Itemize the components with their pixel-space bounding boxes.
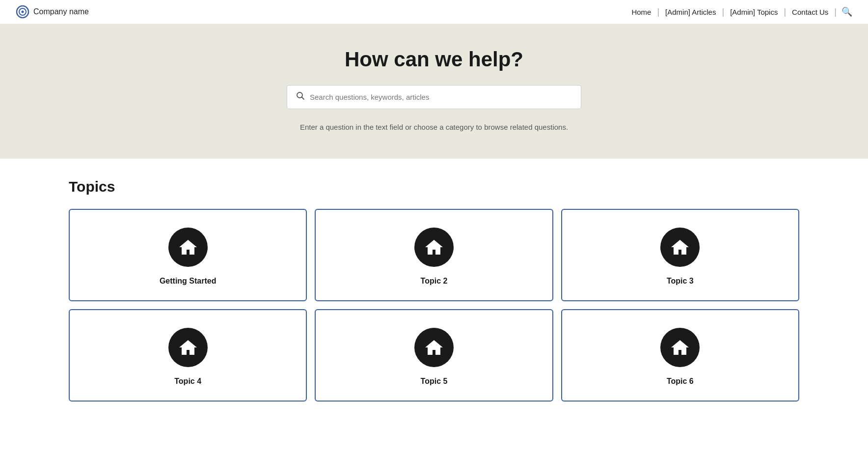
nav-articles[interactable]: [Admin] Articles <box>659 8 722 16</box>
topic-card-2[interactable]: Topic 2 <box>315 209 553 301</box>
topic-label-6: Topic 6 <box>667 377 694 386</box>
topic-icon-circle-6 <box>660 328 700 367</box>
topic-icon-circle-1 <box>168 228 208 267</box>
hero-title: How can we help? <box>16 48 852 71</box>
search-bar-icon <box>296 91 305 103</box>
topics-grid: Getting Started Topic 2 Topic 3 Topic <box>69 209 799 402</box>
nav-contact[interactable]: Contact Us <box>786 8 834 16</box>
search-input[interactable] <box>310 93 572 101</box>
topic-label-5: Topic 5 <box>421 377 448 386</box>
home-icon-6 <box>669 337 691 358</box>
topic-icon-circle-2 <box>414 228 454 267</box>
topics-heading: Topics <box>69 178 799 195</box>
home-icon-5 <box>423 337 445 358</box>
svg-line-4 <box>302 97 304 100</box>
topic-card-5[interactable]: Topic 5 <box>315 309 553 402</box>
topic-icon-circle-5 <box>414 328 454 367</box>
topic-card-3[interactable]: Topic 3 <box>561 209 799 301</box>
search-bar <box>287 85 581 109</box>
nav-topics[interactable]: [Admin] Topics <box>724 8 784 16</box>
company-logo-icon <box>16 5 29 19</box>
logo-area: Company name <box>16 5 89 19</box>
search-icon[interactable]: 🔍 <box>837 6 852 17</box>
nav-home[interactable]: Home <box>625 8 657 16</box>
header: Company name Home | [Admin] Articles | [… <box>0 0 868 24</box>
topic-card-1[interactable]: Getting Started <box>69 209 307 301</box>
topic-label-2: Topic 2 <box>421 277 448 286</box>
home-icon-3 <box>669 236 691 258</box>
home-icon-2 <box>423 236 445 258</box>
hero-subtitle: Enter a question in the text field or ch… <box>16 123 852 131</box>
svg-point-2 <box>22 11 24 13</box>
topics-section: Topics Getting Started Topic 2 Topic <box>0 159 868 431</box>
home-icon-1 <box>177 236 199 258</box>
topic-icon-circle-3 <box>660 228 700 267</box>
topic-card-6[interactable]: Topic 6 <box>561 309 799 402</box>
topic-label-3: Topic 3 <box>667 277 694 286</box>
topic-label-4: Topic 4 <box>174 377 201 386</box>
topic-label-1: Getting Started <box>160 277 217 286</box>
home-icon-4 <box>177 337 199 358</box>
main-nav: Home | [Admin] Articles | [Admin] Topics… <box>625 6 852 17</box>
topic-icon-circle-4 <box>168 328 208 367</box>
hero-section: How can we help? Enter a question in the… <box>0 24 868 159</box>
company-name: Company name <box>33 7 89 16</box>
topic-card-4[interactable]: Topic 4 <box>69 309 307 402</box>
